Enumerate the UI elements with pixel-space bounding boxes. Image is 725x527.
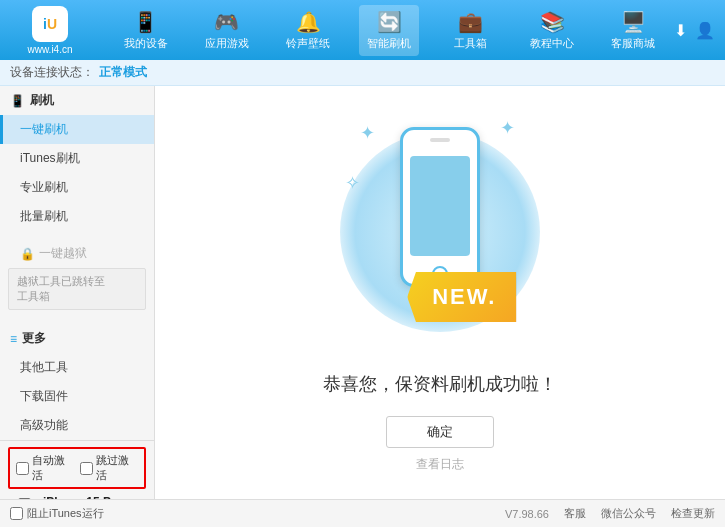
more-section-header: ≡ 更多	[0, 324, 154, 353]
device-icon: 📱	[133, 10, 158, 34]
nav-apps-games[interactable]: 🎮 应用游戏	[197, 5, 257, 56]
sidebar-download-firmware[interactable]: 下载固件	[0, 382, 154, 411]
guide-activation-checkbox[interactable]: 跳过激活	[80, 453, 138, 483]
download-icon[interactable]: ⬇	[674, 21, 687, 40]
footer-customer-service[interactable]: 客服	[564, 506, 586, 521]
nav-tutorial-label: 教程中心	[530, 36, 574, 51]
nav-items: 📱 我的设备 🎮 应用游戏 🔔 铃声壁纸 🔄 智能刷机 💼 工具箱 📚 教程中心…	[105, 5, 674, 56]
stop-itunes-input[interactable]	[10, 507, 23, 520]
view-log-link[interactable]: 查看日志	[416, 456, 464, 473]
nav-service-label: 客服商城	[611, 36, 655, 51]
sparkle-3: ✧	[345, 172, 360, 194]
sidebar-itunes-flash[interactable]: iTunes刷机	[0, 144, 154, 173]
footer: 阻止iTunes运行 V7.98.66 客服 微信公众号 检查更新	[0, 499, 725, 527]
jailbreak-section-header: 🔒 一键越狱	[0, 239, 154, 268]
sparkle-2: ✦	[500, 117, 515, 139]
header: iU www.i4.cn 📱 我的设备 🎮 应用游戏 🔔 铃声壁纸 🔄 智能刷机…	[0, 0, 725, 60]
success-message: 恭喜您，保资料刷机成功啦！	[323, 372, 557, 396]
footer-right: V7.98.66 客服 微信公众号 检查更新	[505, 506, 715, 521]
nav-service[interactable]: 🖥️ 客服商城	[603, 5, 663, 56]
status-bar: 设备连接状态： 正常模式	[0, 60, 725, 86]
sidebar-one-click-flash[interactable]: 一键刷机	[0, 115, 154, 144]
logo-area: iU www.i4.cn	[10, 6, 90, 55]
nav-my-device-label: 我的设备	[124, 36, 168, 51]
lock-icon: 🔒	[20, 247, 35, 261]
main-layout: 📱 刷机 一键刷机 iTunes刷机 专业刷机 批量刷机 🔒 一键越狱 越狱工具…	[0, 86, 725, 499]
device-name: iPhone 15 Pro Max	[43, 495, 142, 499]
user-icon[interactable]: 👤	[695, 21, 715, 40]
status-prefix: 设备连接状态：	[10, 64, 94, 81]
more-icon: ≡	[10, 332, 17, 346]
flash-section-label: 刷机	[30, 92, 54, 109]
nav-my-device[interactable]: 📱 我的设备	[116, 5, 176, 56]
apps-icon: 🎮	[214, 10, 239, 34]
device-details: iPhone 15 Pro Max 512GB iPhone	[43, 495, 142, 499]
nav-toolbox-label: 工具箱	[454, 36, 487, 51]
sidebar-bottom: 自动激活 跳过激活 📱 iPhone 15 Pro Max 512GB iPho…	[0, 440, 154, 499]
content-area: ✦ ✦ ✧ NEW. 恭喜您，保资料刷机成功啦！ 确定 查看日志	[155, 86, 725, 499]
toolbox-icon: 💼	[458, 10, 483, 34]
new-badge-text: NEW.	[432, 284, 496, 309]
sparkle-1: ✦	[360, 122, 375, 144]
stop-itunes-label: 阻止iTunes运行	[27, 506, 104, 521]
nav-tutorial[interactable]: 📚 教程中心	[522, 5, 582, 56]
sidebar-batch-flash[interactable]: 批量刷机	[0, 202, 154, 231]
tutorial-icon: 📚	[540, 10, 565, 34]
footer-wechat[interactable]: 微信公众号	[601, 506, 656, 521]
header-right: ⬇ 👤	[674, 21, 715, 40]
status-value: 正常模式	[99, 64, 147, 81]
nav-smart-flash[interactable]: 🔄 智能刷机	[359, 5, 419, 56]
nav-ringtone-label: 铃声壁纸	[286, 36, 330, 51]
phone-screen	[410, 156, 470, 256]
jailbreak-disabled-box: 越狱工具已跳转至工具箱	[8, 268, 146, 310]
sidebar-other-tools[interactable]: 其他工具	[0, 353, 154, 382]
auto-activate-checkbox[interactable]: 自动激活	[16, 453, 74, 483]
phone-notch	[430, 138, 450, 142]
device-phone-icon: 📱	[12, 497, 37, 499]
guide-activation-label: 跳过激活	[96, 453, 138, 483]
ringtone-icon: 🔔	[296, 10, 321, 34]
phone-illustration: ✦ ✦ ✧ NEW.	[330, 112, 550, 352]
flash-icon: 🔄	[377, 10, 402, 34]
footer-left: 阻止iTunes运行	[10, 506, 104, 521]
nav-flash-label: 智能刷机	[367, 36, 411, 51]
stop-itunes-checkbox[interactable]: 阻止iTunes运行	[10, 506, 104, 521]
device-info: 📱 iPhone 15 Pro Max 512GB iPhone	[8, 489, 146, 499]
jailbreak-disabled-text: 越狱工具已跳转至工具箱	[17, 275, 105, 302]
auto-options-group: 自动激活 跳过激活	[8, 447, 146, 489]
auto-activate-input[interactable]	[16, 462, 29, 475]
sidebar: 📱 刷机 一键刷机 iTunes刷机 专业刷机 批量刷机 🔒 一键越狱 越狱工具…	[0, 86, 155, 499]
nav-ringtone[interactable]: 🔔 铃声壁纸	[278, 5, 338, 56]
nav-toolbox[interactable]: 💼 工具箱	[441, 5, 501, 56]
logo-icon: iU	[32, 6, 68, 42]
confirm-button[interactable]: 确定	[386, 416, 494, 448]
sidebar-advanced[interactable]: 高级功能	[0, 411, 154, 440]
logo-text: www.i4.cn	[27, 44, 72, 55]
new-badge: NEW.	[407, 272, 516, 322]
service-icon: 🖥️	[621, 10, 646, 34]
guide-activation-input[interactable]	[80, 462, 93, 475]
flash-section-header: 📱 刷机	[0, 86, 154, 115]
auto-activate-label: 自动激活	[32, 453, 74, 483]
phone-body	[400, 127, 480, 287]
nav-apps-label: 应用游戏	[205, 36, 249, 51]
sidebar-pro-flash[interactable]: 专业刷机	[0, 173, 154, 202]
phone-flash-icon: 📱	[10, 94, 25, 108]
version-text: V7.98.66	[505, 508, 549, 520]
footer-check-update[interactable]: 检查更新	[671, 506, 715, 521]
